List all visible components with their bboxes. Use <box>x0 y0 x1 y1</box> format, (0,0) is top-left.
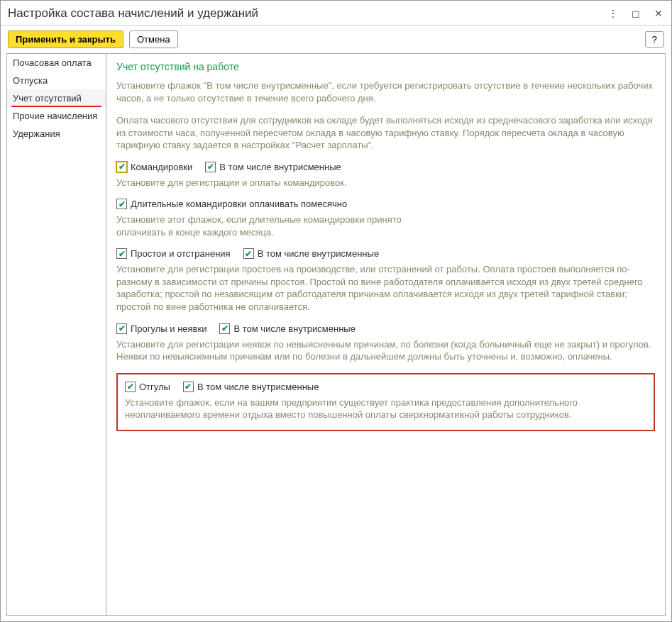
checkbox-comp-leave[interactable] <box>125 382 136 392</box>
help-long-trips: Установите этот флажок, если длительные … <box>116 213 429 238</box>
label-business-trips-intrashift: В том числе внутрисменные <box>219 162 341 172</box>
label-long-trips-monthly: Длительные командировки оплачивать помес… <box>131 199 347 209</box>
content-panel: Учет отсутствий на работе Установите фла… <box>106 54 665 615</box>
label-downtime-intrashift: В том числе внутрисменные <box>258 248 379 259</box>
window-title: Настройка состава начислений и удержаний <box>8 6 607 21</box>
intro-text-2: Оплата часового отсутствия для сотрудник… <box>116 114 655 152</box>
sidebar-item-deductions[interactable]: Удержания <box>7 125 106 143</box>
checkbox-business-trips[interactable] <box>116 162 127 172</box>
section-downtime: Простои и отстранения В том числе внутри… <box>116 248 655 313</box>
sidebar: Почасовая оплата Отпуска Учет отсутствий… <box>7 54 106 615</box>
section-business-trips: Командировки В том числе внутрисменные У… <box>116 162 655 189</box>
highlight-compensatory-leave: Отгулы В том числе внутрисменные Установ… <box>116 373 655 431</box>
checkbox-downtime-intrashift[interactable] <box>243 248 254 259</box>
checkbox-absence-intrashift[interactable] <box>219 323 230 334</box>
toolbar: Применить и закрыть Отмена ? <box>1 26 671 53</box>
help-comp-leave: Установите флажок, если на вашем предпри… <box>125 396 646 421</box>
label-business-trips: Командировки <box>131 162 192 172</box>
checkbox-long-trips-monthly[interactable] <box>116 199 127 209</box>
checkbox-downtime[interactable] <box>116 248 127 259</box>
sidebar-item-absences[interactable]: Учет отсутствий <box>7 89 106 107</box>
kebab-icon[interactable]: ⋮ <box>607 8 619 19</box>
sidebar-item-label: Прочие начисления <box>13 111 97 121</box>
titlebar: Настройка состава начислений и удержаний… <box>1 1 671 26</box>
sidebar-item-label: Учет отсутствий <box>13 93 82 104</box>
section-absence: Прогулы и неявки В том числе внутрисменн… <box>116 323 655 363</box>
maximize-icon[interactable]: ◻ <box>630 8 641 19</box>
checkbox-absence[interactable] <box>116 323 127 334</box>
sidebar-item-vacations[interactable]: Отпуска <box>7 72 106 89</box>
window-controls: ⋮ ◻ ✕ <box>607 8 664 19</box>
help-button[interactable]: ? <box>645 31 664 48</box>
checkbox-comp-leave-intrashift[interactable] <box>183 382 194 392</box>
intro-text-1: Установите флажок "В том числе внутрисме… <box>116 79 655 104</box>
sidebar-item-other[interactable]: Прочие начисления <box>7 107 106 125</box>
help-absence: Установите для регистрации неявок по нев… <box>116 338 655 363</box>
label-absence-intrashift: В том числе внутрисменные <box>233 323 355 334</box>
help-business-trips: Установите для регистрации и оплаты кома… <box>116 177 655 189</box>
label-downtime: Простои и отстранения <box>131 248 231 259</box>
label-comp-leave: Отгулы <box>139 382 170 392</box>
cancel-button[interactable]: Отмена <box>129 30 178 48</box>
help-downtime: Установите для регистрации простоев на п… <box>116 263 655 313</box>
checkbox-business-trips-intrashift[interactable] <box>205 162 216 172</box>
sidebar-item-hourly[interactable]: Почасовая оплата <box>7 54 106 72</box>
label-comp-leave-intrashift: В том числе внутрисменные <box>197 382 319 392</box>
sidebar-item-label: Удержания <box>13 128 60 139</box>
label-absence: Прогулы и неявки <box>131 323 206 334</box>
sidebar-item-label: Отпуска <box>13 75 48 86</box>
apply-close-button[interactable]: Применить и закрыть <box>8 30 123 48</box>
section-long-trips: Длительные командировки оплачивать помес… <box>116 199 655 238</box>
sidebar-item-label: Почасовая оплата <box>13 57 92 68</box>
content-heading: Учет отсутствий на работе <box>116 61 655 72</box>
main-area: Почасовая оплата Отпуска Учет отсутствий… <box>6 53 666 616</box>
close-icon[interactable]: ✕ <box>653 8 664 19</box>
